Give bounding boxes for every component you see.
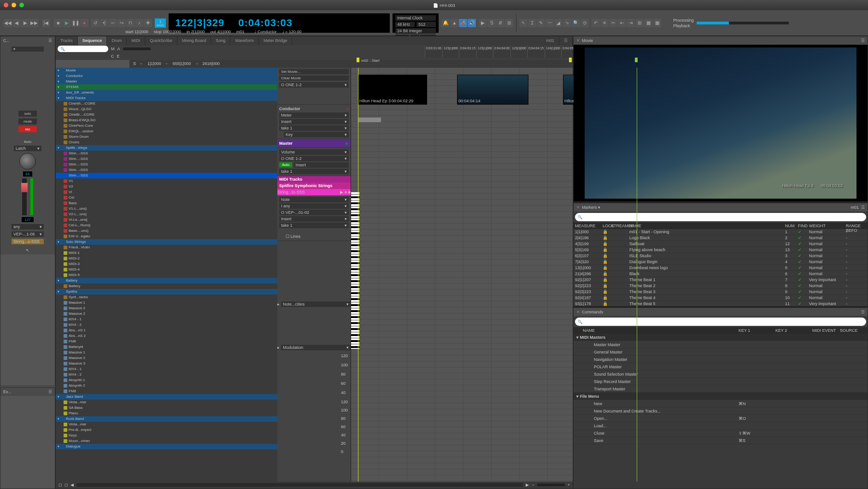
track-tree-item[interactable]: MX4 - 1 [56,317,277,322]
marker-row[interactable]: 92|1|207🔒Theme Beat 17✓Very Important- [574,277,868,283]
command-item[interactable]: General Master [574,348,868,356]
rtz-button[interactable]: |◀ [42,19,50,27]
tab-meterbridge[interactable]: Meter Bridge [259,36,293,45]
pause-button[interactable]: ❚❚ [71,19,80,27]
countoff-button[interactable]: ✚ [144,19,152,27]
tab-mixing[interactable]: Mixing Board [177,36,211,45]
master-take[interactable]: take 1▾ [279,169,349,174]
track-tree-item[interactable]: Brass-EWQLSO [56,118,277,123]
cut-button[interactable]: ✂ [609,19,617,27]
track-tree-item[interactable]: Moun...cimer [56,438,277,444]
c-button[interactable]: C [111,54,114,59]
command-item[interactable]: Transport Master [574,385,868,393]
overdub-button[interactable]: ↪ [117,19,126,27]
track-tree-item[interactable]: VI [56,189,277,195]
conductor-insert[interactable]: Insert▾ [279,119,349,124]
sss-insert[interactable]: Insert▾ [279,216,349,222]
track-tree-item[interactable]: Vl-Le...uns} [56,217,277,223]
clear-movie-button[interactable]: Clear Movie [279,76,349,81]
nudge-left-icon[interactable]: ⇤ [618,19,626,27]
track-tree-item[interactable]: Abs...nS 1 [56,328,277,333]
sequence-overview[interactable]: S ←1|1|000 ←655|1|000 →2616|000 [129,60,573,68]
track-tree-item[interactable]: ▾STEMS [56,84,277,90]
marker-flag-yacht[interactable] [635,58,638,62]
undo-button[interactable]: ↶ [592,19,600,27]
pan-knob[interactable] [19,153,36,170]
track-tree-item[interactable]: CineBr...-CORE [56,112,277,118]
key-menu[interactable]: Key▾ [284,132,349,137]
command-item[interactable]: Close⇧⌘W [574,430,868,437]
tempo-value[interactable]: 120.00 [289,29,302,34]
track-tree-item[interactable]: MX4 - 2 [56,372,277,377]
sss-output[interactable]: O VEP-...01-02▾ [279,210,349,215]
panel-menu-icon[interactable]: ☰ [559,36,573,45]
in-value[interactable]: 2|1|000 [191,29,205,34]
markers-column-header[interactable]: NAME [628,224,784,228]
close-icon[interactable]: ✕ [576,310,580,314]
command-item[interactable]: Step Record Master [574,378,868,385]
midi-thru-icon[interactable]: ⇵ [496,19,504,27]
hscroll-right[interactable]: ▶ [526,483,529,487]
track-tree-item[interactable]: V2-L...uns} [56,212,277,217]
track-tree-item[interactable]: Absynth 1 [56,377,277,383]
tempo-source[interactable]: Conductor [258,29,277,34]
menu-icon[interactable]: ☰ [861,38,865,43]
click-button[interactable]: ♪ [135,19,143,27]
clock-source[interactable]: Internal Clock [395,15,436,21]
delete-button[interactable]: ✕ [600,19,609,27]
command-item[interactable]: New⌘N [574,400,868,407]
track-tree-item[interactable]: MIDI-3 [56,261,277,267]
track-tree-item[interactable]: ▾Dialogue [56,444,277,449]
seq-mid[interactable]: 655|1|000 [173,61,191,66]
velocity-section[interactable]: Note...cities▾ [281,301,351,307]
sss-note[interactable]: Note▾ [279,197,349,202]
nudge-right-icon[interactable]: ⇥ [627,19,635,27]
metronome-icon[interactable]: ▲ [450,19,458,27]
solo-tool-icon[interactable]: S [487,19,496,27]
markers-column-header[interactable]: STREAMER [610,224,628,228]
marker-row[interactable]: 13|1|000🔒Downbeat news logo5✓Normal- [574,265,868,271]
track-tree-item[interactable]: Piano [56,411,277,416]
commands-column-header[interactable]: SOURCE [840,328,868,333]
marker-row[interactable]: 21|4|296🔒Black6✓Normal- [574,271,868,277]
midi-region-conductor[interactable] [358,118,381,122]
movie-clip-2[interactable]: 00:04:04:14 [457,75,528,105]
bell-icon[interactable]: 🔔 [441,19,450,27]
track-tree-item[interactable]: MIDI-1 [56,250,277,256]
track-tree-item[interactable]: V2 [56,184,277,189]
track-tree-item[interactable]: Strin...-SSS [56,162,277,167]
link-button[interactable]: ⤚ [109,19,117,27]
record-button[interactable]: ● [80,19,88,27]
out-value[interactable]: 4|1|000 [217,29,231,34]
marker-row[interactable]: 92|3|223🔒Theme Beat 39✓Normal- [574,289,868,295]
marker-chunk[interactable]: m01 [236,29,245,34]
track-tree-item[interactable]: ▾Spitfir...trings [56,145,277,151]
markers-column-header[interactable]: NUM [784,224,797,228]
marker-row[interactable]: 4|3|199🔒Sailboat12✓Normal- [574,241,868,247]
rewind-button[interactable]: ◀◀ [4,19,12,27]
marker-row[interactable]: 93|1|178🔒Theme Beat 511✓Very Important- [574,301,868,306]
track-tree-item[interactable]: ▾Aux_Eff...uments [56,90,277,95]
seq-end[interactable]: 2616|000 [202,61,219,66]
zoom-out-icon[interactable]: − [532,483,534,487]
menu-icon[interactable]: ☰ [48,38,52,43]
track-tree-item[interactable]: Vinta...mer [56,422,277,427]
zoom-tool-icon[interactable]: 🔍 [572,19,580,27]
markers-search-input[interactable] [575,213,866,221]
track-tree-item[interactable]: MX4 - 1 [56,366,277,372]
wave-tool-icon[interactable]: ∿ [563,19,571,27]
movie-clip-1[interactable]: Hilton Head Ep 3 00:04:02:29 [358,75,427,105]
unit-badge[interactable]: 1 [157,19,164,24]
commands-list[interactable]: ▾ MIDI MastersMaster MasterGeneral Maste… [574,334,868,444]
tab-midi[interactable]: MIDI [127,36,145,45]
track-tree-item[interactable]: Cel [56,195,277,200]
set-movie-button[interactable]: Set Movie... [279,69,349,74]
track-tree-item[interactable]: Keys [56,433,277,438]
meter-menu[interactable]: Meter▾ [279,112,349,118]
track-tree-item[interactable]: Base-...uns} [56,228,277,234]
audible-icon[interactable]: 📣 [459,19,467,27]
track-tree-item[interactable]: EWQL...ussion [56,129,277,134]
track-tree-item[interactable]: Storm Drum [56,134,277,140]
zoom-preset-2[interactable]: ◻ [65,483,68,487]
track-tree-item[interactable]: ▾Master [56,79,277,84]
